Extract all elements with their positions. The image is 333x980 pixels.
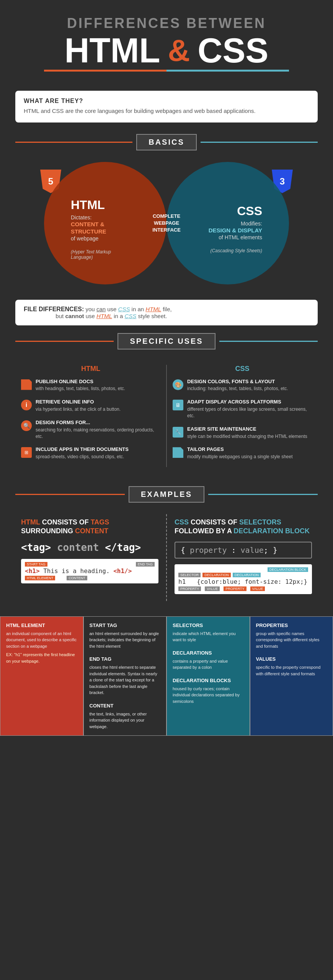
decl-block-label: DECLARATION BLOCK bbox=[268, 567, 308, 572]
specific-html-title: HTML bbox=[21, 365, 160, 373]
css-selector-label: SELECTOR bbox=[178, 573, 201, 577]
spec-html-title-3: DESIGN FORMS FOR... bbox=[36, 420, 160, 426]
html-code-display: <tag> content </tag> bbox=[21, 542, 158, 553]
venn-css-modifies: Modifies: bbox=[209, 220, 262, 227]
spec-css-body-3: style can be modified without changing t… bbox=[187, 433, 307, 440]
what-are-they-text: HTML and CSS are the core languages for … bbox=[24, 107, 309, 116]
html-element-label: HTML ELEMENT bbox=[25, 576, 55, 580]
css-val-label1: VALUE bbox=[205, 586, 220, 591]
spec-html-item-4: ⊞ INCLUDE APPS IN THEIR DOCUMENTS spread… bbox=[21, 446, 160, 460]
glossary-term-properties: PROPERTIES bbox=[256, 622, 327, 628]
spec-html-title-4: INCLUDE APPS IN THEIR DOCUMENTS bbox=[36, 446, 129, 453]
examples-line-right bbox=[208, 494, 318, 495]
spec-html-body-2: via hypertext links, at the click of a b… bbox=[36, 406, 121, 413]
spec-palette-icon: 🎨 bbox=[173, 379, 183, 390]
start-tag-label: START TAG bbox=[25, 562, 47, 567]
spec-css-body-1: including: headings, text, tables, lists… bbox=[187, 385, 288, 392]
venn-css-of: of HTML elements bbox=[209, 234, 262, 240]
glossary-body-end-tag: closes the html element to separate indi… bbox=[90, 664, 161, 696]
file-diff-label: FILE DIFFERENCES: bbox=[24, 306, 84, 312]
spec-html-item-3: 🔍 DESIGN FORMS FOR... searching for info… bbox=[21, 420, 160, 439]
spec-css-item-4: TAILOR PAGES modify multiple webpages us… bbox=[173, 446, 312, 460]
basics-label: BASICS bbox=[136, 134, 197, 150]
glossary-term-html-element: HTML ELEMENT bbox=[6, 622, 77, 628]
css-example-code: h1 {color:blue; font-size: 12px;} bbox=[178, 578, 308, 585]
css-title: CSS bbox=[198, 33, 268, 68]
glossary-body-start-tag: an html element surrounded by angle brac… bbox=[90, 630, 161, 650]
specific-line-left bbox=[15, 341, 114, 342]
spec-css-item-1: 🎨 DESIGN COLORS, FONTS & LAYOUT includin… bbox=[173, 379, 312, 392]
glossary-body-decl-blocks: housed by curly races; contain individua… bbox=[173, 686, 244, 705]
spec-html-body-4: spread-sheets, video clips, sound clips,… bbox=[36, 454, 129, 460]
spec-file-icon bbox=[173, 447, 183, 458]
glossary-term-decl-blocks: DECLARATION BLOCKS bbox=[173, 678, 244, 683]
spec-info-icon: i bbox=[21, 400, 32, 410]
css-examples-title: CSS CONSISTS OF SELECTORS FOLLOWED BY A … bbox=[175, 518, 312, 536]
fd-css1: CSS bbox=[118, 306, 130, 312]
glossary-body-html-element: an individual component of an html docum… bbox=[6, 630, 77, 650]
venn-diagram: 5 3 HTML Dictates: CONTENT & STRUCTURE o… bbox=[33, 162, 300, 284]
spec-css-title-1: DESIGN COLORS, FONTS & LAYOUT bbox=[187, 379, 288, 385]
spec-html-body-1: with headings, text, tables, lists, phot… bbox=[36, 385, 125, 392]
html-examples-title: HTML CONSISTS OF TAGS SURROUNDING CONTEN… bbox=[21, 518, 158, 536]
glossary-term-values: VALUES bbox=[256, 656, 327, 662]
specific-uses-section: HTML PUBLISH ONLINE DOCS with headings, … bbox=[0, 357, 333, 479]
spec-html-item-2: i RETRIEVE ONLINE INFO via hypertext lin… bbox=[21, 399, 160, 413]
spec-css-item-2: 🖥 ADAPT DISPLAY ACROSS PLATFORMS differe… bbox=[173, 399, 312, 419]
glossary-term-start-tag: START TAG bbox=[90, 622, 161, 628]
css-val-label2: VALUE bbox=[250, 586, 265, 591]
glossary-body-declarations: contains a property and value separated … bbox=[173, 658, 244, 671]
html-content-label: CONTENT bbox=[67, 576, 87, 580]
spec-html-title-1: PUBLISH ONLINE DOCS bbox=[36, 379, 125, 385]
examples-section: HTML CONSISTS OF TAGS SURROUNDING CONTEN… bbox=[0, 510, 333, 612]
venn-css-fullname: (Cascading Style Sheets) bbox=[209, 248, 262, 253]
examples-line-left bbox=[15, 494, 125, 495]
venn-css-title: CSS bbox=[209, 204, 262, 218]
css-examples-col: CSS CONSISTS OF SELECTORS FOLLOWED BY A … bbox=[169, 514, 318, 601]
glossary-term-content: CONTENT bbox=[90, 703, 161, 709]
spec-html-item-1: PUBLISH ONLINE DOCS with headings, text,… bbox=[21, 379, 160, 392]
spec-wrench-icon: 🔧 bbox=[173, 427, 183, 438]
differences-title: DIFFERENCES BETWEEN bbox=[8, 15, 325, 31]
venn-html-content-structure: CONTENT & STRUCTURE bbox=[71, 220, 128, 235]
glossary-section: HTML ELEMENT an individual component of … bbox=[0, 616, 333, 736]
header: DIFFERENCES BETWEEN HTML & CSS bbox=[0, 0, 333, 79]
glossary-css-col: SELECTORS indicate which HTML element yo… bbox=[166, 616, 250, 736]
spec-doc-icon bbox=[21, 379, 32, 390]
specific-css-col: CSS 🎨 DESIGN COLORS, FONTS & LAYOUT incl… bbox=[167, 361, 318, 471]
spec-html-body-3: searching for info, making reservations,… bbox=[36, 427, 160, 440]
spec-monitor-icon: 🖥 bbox=[173, 400, 183, 410]
spec-css-body-4: modify multiple webpages using a single … bbox=[187, 454, 292, 460]
html-title: HTML bbox=[65, 33, 160, 68]
fd-html2: HTML bbox=[96, 313, 112, 319]
fd-html1: HTML bbox=[145, 306, 161, 312]
glossary-term-declarations: DECLARATIONS bbox=[173, 650, 244, 656]
basics-line-left bbox=[15, 142, 132, 143]
css-decl-label2: DECLARATION bbox=[233, 573, 261, 577]
glossary-html-element: HTML ELEMENT an individual component of … bbox=[0, 616, 83, 736]
glossary-example-html-element: EX: "h1" represents the first headline o… bbox=[6, 652, 77, 664]
html-examples-col: HTML CONSISTS OF TAGS SURROUNDING CONTEN… bbox=[15, 514, 164, 601]
css-code-display: { property : value; } bbox=[175, 542, 312, 559]
venn-html-of: of webpage bbox=[71, 235, 128, 242]
glossary-body-content: the text, links, images, or other inform… bbox=[90, 711, 161, 730]
spec-css-item-3: 🔧 EASIER SITE MAINTENANCE style can be m… bbox=[173, 426, 312, 440]
spec-css-body-2: different types of devices like large sc… bbox=[187, 406, 312, 419]
venn-html-title: HTML bbox=[71, 198, 128, 212]
tag-example-code: <h1> This is a heading. <h1/> bbox=[25, 567, 155, 575]
spec-apps-icon: ⊞ bbox=[21, 447, 32, 458]
venn-html-fullname: (Hyper Text Markup Language) bbox=[71, 249, 128, 260]
glossary-term-end-tag: END TAG bbox=[90, 656, 161, 662]
spec-html-title-2: RETRIEVE ONLINE INFO bbox=[36, 399, 121, 405]
glossary-term-selectors: SELECTORS bbox=[173, 622, 244, 628]
css-decl-label1: DECLARATION bbox=[202, 573, 230, 577]
examples-divider bbox=[166, 514, 167, 601]
what-are-they-title: WHAT ARE THEY? bbox=[24, 98, 309, 105]
what-are-they-box: WHAT ARE THEY? HTML and CSS are the core… bbox=[15, 91, 318, 122]
spec-search-icon: 🔍 bbox=[21, 420, 32, 431]
glossary-tags-col: START TAG an html element surrounded by … bbox=[83, 616, 167, 736]
specific-uses-header: SPECIFIC USES bbox=[15, 333, 318, 350]
examples-section-header: EXAMPLES bbox=[15, 486, 318, 503]
basics-line-right bbox=[201, 142, 318, 143]
glossary-body-properties: group with specific names corresponding … bbox=[256, 630, 327, 650]
